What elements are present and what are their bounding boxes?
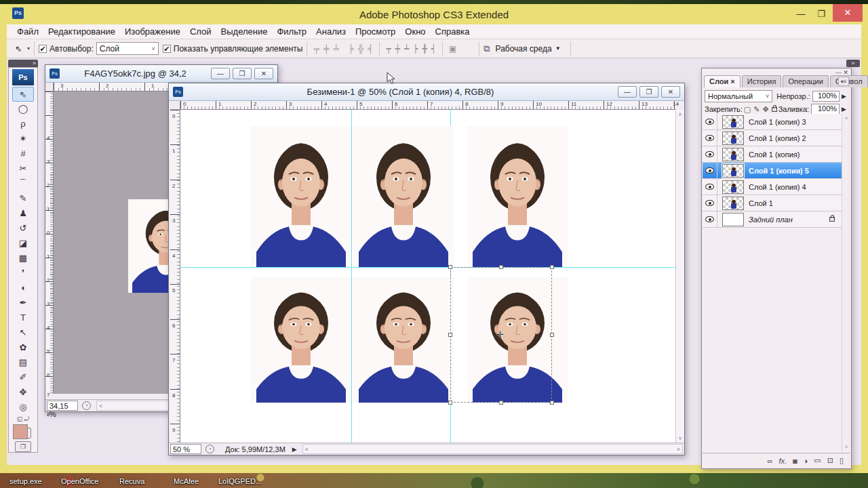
adjustment-layer-icon[interactable]: ◑	[804, 457, 808, 465]
blend-mode-dropdown[interactable]: Нормальный ˅	[705, 90, 772, 102]
visibility-toggle[interactable]	[703, 163, 717, 179]
hand-tool[interactable]: ✥	[12, 385, 34, 400]
align-center-icon[interactable]: ╬	[355, 44, 366, 54]
visibility-toggle[interactable]	[703, 130, 717, 146]
zoom-level-field[interactable]: 34,15 %	[47, 401, 78, 411]
menu-help[interactable]: Справка	[431, 26, 475, 37]
menu-layer[interactable]: Слой	[185, 26, 216, 37]
align-bottom-icon[interactable]: ╧	[331, 44, 341, 54]
autoselect-checkbox[interactable]: ✔	[39, 45, 47, 53]
visibility-toggle[interactable]	[703, 114, 717, 130]
lock-all-icon[interactable]	[772, 107, 777, 112]
transform-handle[interactable]	[499, 265, 503, 269]
magic-wand-tool[interactable]: ✶	[12, 131, 34, 146]
distribute-bottom-icon[interactable]: ┷	[402, 44, 411, 54]
desktop-icon-label[interactable]: setup.exe	[9, 477, 42, 485]
layer-row[interactable]: Слой 1 (копия) 2	[703, 130, 842, 146]
eraser-tool[interactable]: ◪	[12, 236, 34, 251]
move-tool-icon[interactable]: ⇖	[7, 44, 27, 54]
close-button[interactable]: ✕	[833, 4, 863, 22]
layer-row[interactable]: Слой 1 (копия) 3	[703, 114, 842, 130]
layer-row[interactable]: Слой 1	[703, 195, 842, 211]
scroll-down-arrow[interactable]: ˅	[845, 444, 848, 450]
autoselect-dropdown[interactable]: Слой ˅	[96, 42, 159, 55]
doc-close-button[interactable]: ✕	[661, 86, 680, 98]
menu-view[interactable]: Просмотр	[351, 26, 400, 37]
visibility-toggle[interactable]	[703, 146, 717, 163]
transform-handle[interactable]	[448, 333, 452, 337]
transform-handle[interactable]	[448, 401, 452, 405]
dodge-tool[interactable]: ◖	[12, 281, 34, 296]
link-layers-icon[interactable]: ∞	[768, 457, 773, 465]
lock-position-icon[interactable]: ✥	[761, 105, 770, 114]
crop-tool[interactable]: #	[12, 146, 34, 161]
layer-row-background[interactable]: Задний план	[703, 211, 842, 228]
horizontal-scrollbar[interactable]: < >	[302, 444, 683, 454]
layer-row[interactable]: Слой 1 (копия) 4	[703, 179, 842, 195]
minimize-button[interactable]: —	[792, 9, 810, 20]
auto-align-icon[interactable]: ▣	[447, 44, 458, 54]
move-tool[interactable]: ⇖	[12, 87, 34, 102]
screen-mode-button[interactable]: ❐	[15, 441, 31, 452]
default-swap-colors-icon[interactable]: ◱ ⤾	[17, 415, 30, 423]
foreground-color-swatch[interactable]	[13, 424, 28, 439]
bridge-icon[interactable]: ⧉	[484, 43, 490, 54]
doc-titlebar[interactable]: Ps Безимени-1 @ 50% (Слой 1 (копия) 4, R…	[169, 83, 684, 101]
doc-close-button[interactable]: ✕	[254, 68, 273, 79]
show-transform-checkbox[interactable]: ✔	[163, 45, 171, 53]
document-window-active[interactable]: Ps Безимени-1 @ 50% (Слой 1 (копия) 4, R…	[168, 83, 685, 455]
scroll-left-arrow[interactable]: <	[305, 446, 309, 453]
menu-select[interactable]: Выделение	[216, 26, 273, 37]
menu-filter[interactable]: Фильтр	[272, 26, 311, 37]
path-selection-tool[interactable]: ↖	[12, 325, 34, 340]
distribute-right-icon[interactable]: ┥	[429, 44, 438, 54]
clone-stamp-tool[interactable]: ♟	[12, 206, 34, 221]
guide-horizontal[interactable]	[180, 267, 675, 268]
guide-vertical[interactable]	[351, 110, 352, 443]
doc-minimize-button[interactable]: —	[618, 86, 637, 98]
type-tool[interactable]: T	[12, 310, 34, 325]
delete-layer-icon[interactable]: ▯	[840, 456, 844, 465]
tool-preset-caret-icon[interactable]: ▾	[27, 45, 30, 52]
doc-minimize-button[interactable]: —	[211, 68, 230, 79]
transform-handle[interactable]	[499, 401, 503, 405]
layer-row-selected[interactable]: Слой 1 (копия) 5	[703, 163, 842, 179]
align-top-icon[interactable]: ╤	[311, 44, 321, 54]
marquee-tool[interactable]: ◯	[12, 102, 34, 117]
zoom-level-field[interactable]: 50 %	[170, 444, 201, 454]
layer-style-icon[interactable]: fx.	[778, 457, 787, 465]
menu-window[interactable]: Окно	[400, 26, 430, 37]
scroll-up-arrow[interactable]: ˄	[678, 111, 682, 118]
eyedropper-tool[interactable]: ✐	[12, 370, 34, 385]
scroll-left-arrow[interactable]: <	[99, 403, 102, 409]
blur-tool[interactable]: ❜	[12, 266, 34, 281]
distribute-left-icon[interactable]: ┝	[411, 44, 420, 54]
scroll-right-arrow[interactable]: >	[677, 446, 680, 453]
align-left-icon[interactable]: ╞	[341, 44, 356, 54]
transform-handle[interactable]	[550, 401, 554, 405]
tab-layers[interactable]: Слои ×	[704, 75, 741, 87]
workspace-button[interactable]: Рабочая среда ▼	[490, 44, 566, 54]
opacity-field[interactable]: 100%	[812, 91, 840, 102]
align-right-icon[interactable]: ╡	[366, 44, 376, 54]
zoom-tool[interactable]: ◎	[12, 400, 34, 415]
healing-brush-tool[interactable]: ⌒	[12, 176, 34, 191]
desktop-icon-label[interactable]: McAfee	[174, 477, 199, 485]
lasso-tool[interactable]: ρ	[12, 117, 34, 131]
vertical-scrollbar[interactable]: ˄ ˅	[675, 110, 684, 443]
menu-image[interactable]: Изображение	[120, 26, 185, 37]
pen-tool[interactable]: ✒	[12, 296, 34, 310]
scroll-down-arrow[interactable]: ˅	[678, 435, 682, 442]
desktop-icon-label[interactable]: Recuva	[119, 477, 144, 485]
layer-mask-icon[interactable]: ◙	[793, 457, 797, 465]
panel-menu-icon[interactable]: ▾≡	[838, 77, 849, 86]
align-middle-icon[interactable]: ╪	[321, 44, 332, 54]
transform-handle[interactable]	[550, 333, 554, 337]
history-brush-tool[interactable]: ↺	[12, 221, 34, 236]
transform-handle[interactable]	[448, 265, 452, 269]
doc-titlebar[interactable]: Ps F4AGY5okk7c.jpg @ 34,2 — ❐ ✕	[45, 65, 277, 83]
doc-maximize-button[interactable]: ❐	[639, 86, 658, 98]
slice-tool[interactable]: ✂	[12, 161, 34, 176]
menu-file[interactable]: Файл	[12, 26, 43, 37]
distribute-top-icon[interactable]: ┯	[384, 44, 393, 54]
